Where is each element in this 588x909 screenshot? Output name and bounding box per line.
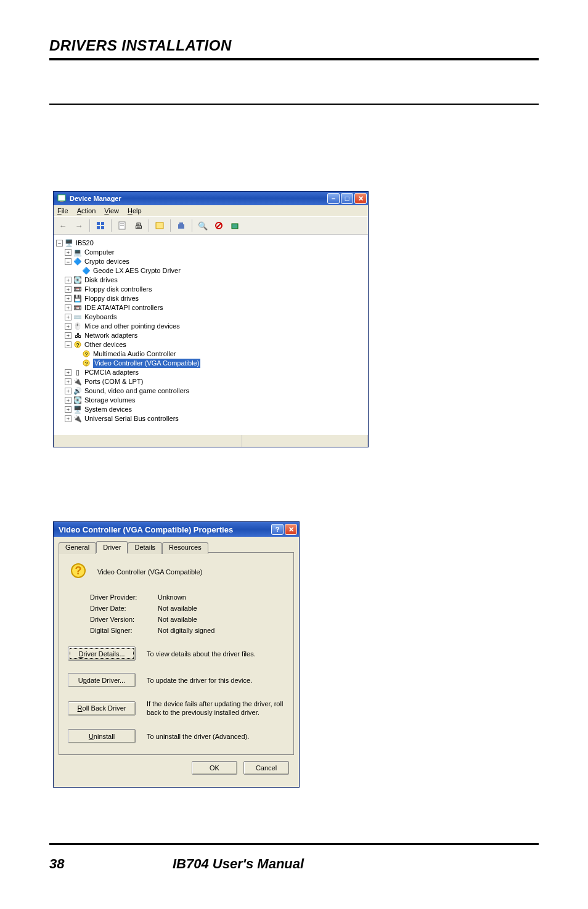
help-button[interactable]: ? bbox=[271, 524, 284, 535]
tree-item[interactable]: Floppy disk drives bbox=[84, 294, 139, 303]
tree-item[interactable]: Ports (COM & LPT) bbox=[84, 377, 143, 386]
pcmcia-icon: ▯ bbox=[73, 369, 82, 377]
expand-icon[interactable]: + bbox=[65, 295, 71, 302]
collapse-icon[interactable]: − bbox=[65, 341, 71, 348]
computer-icon: 🖥️ bbox=[65, 239, 73, 248]
driver-details-button[interactable]: Driver Details... bbox=[68, 646, 136, 661]
tree-item[interactable]: Universal Serial Bus controllers bbox=[84, 414, 179, 423]
expand-icon[interactable]: + bbox=[65, 397, 71, 404]
expand-icon[interactable]: + bbox=[65, 304, 71, 311]
tab-resources[interactable]: Resources bbox=[162, 542, 208, 554]
disable-icon[interactable] bbox=[213, 220, 224, 231]
separator bbox=[192, 219, 192, 232]
expand-icon[interactable]: + bbox=[65, 249, 71, 256]
print-icon[interactable]: 🖶 bbox=[133, 220, 144, 231]
expand-icon[interactable]: + bbox=[65, 415, 71, 422]
update-driver-button[interactable]: Update Driver... bbox=[68, 673, 136, 687]
tree-item[interactable]: Disk drives bbox=[84, 275, 118, 285]
tree-item[interactable]: Geode LX AES Crypto Driver bbox=[93, 266, 181, 275]
expand-icon[interactable]: + bbox=[65, 314, 71, 320]
uninstall-icon[interactable] bbox=[176, 220, 187, 231]
floppy-icon: 💾 bbox=[73, 295, 82, 303]
tab-details[interactable]: Details bbox=[128, 542, 162, 554]
svg-rect-9 bbox=[156, 222, 163, 229]
titlebar[interactable]: Video Controller (VGA Compatible) Proper… bbox=[54, 522, 299, 537]
grid-icon[interactable] bbox=[95, 220, 106, 231]
update-icon[interactable] bbox=[154, 220, 165, 231]
menu-action[interactable]: Action bbox=[77, 207, 96, 214]
tree-item[interactable]: Sound, video and game controllers bbox=[84, 386, 189, 396]
footer-title: IB704 User's Manual bbox=[173, 856, 304, 872]
tab-driver[interactable]: Driver bbox=[96, 541, 128, 553]
device-name: Video Controller (VGA Compatible) bbox=[97, 568, 202, 576]
tab-general[interactable]: General bbox=[59, 542, 96, 554]
crypto-icon: 🔷 bbox=[82, 267, 91, 275]
device-manager-window: Device Manager – □ ✕ File Action View He… bbox=[53, 191, 369, 447]
dialog-title: Video Controller (VGA Compatible) Proper… bbox=[59, 525, 270, 534]
roll-back-desc: If the device fails after updating the d… bbox=[147, 699, 285, 717]
system-icon: 🖥️ bbox=[73, 406, 82, 414]
tree-root[interactable]: IB520 bbox=[76, 238, 94, 248]
update-driver-desc: To update the driver for this device. bbox=[147, 676, 285, 685]
svg-text:?: ? bbox=[75, 565, 82, 577]
toolbar: ← → 🖶 🔍 bbox=[54, 216, 368, 235]
properties-icon[interactable] bbox=[116, 220, 128, 231]
collapse-icon[interactable]: − bbox=[65, 258, 71, 265]
close-button[interactable]: ✕ bbox=[285, 524, 297, 535]
tree-item[interactable]: Storage volumes bbox=[84, 396, 136, 405]
disk-icon: 💽 bbox=[73, 276, 82, 285]
expand-icon[interactable]: + bbox=[65, 323, 71, 330]
device-tree[interactable]: −🖥️IB520 +💻Computer −🔷Crypto devices 🔷Ge… bbox=[54, 235, 368, 434]
tree-item[interactable]: IDE ATA/ATAPI controllers bbox=[84, 303, 163, 312]
svg-text:?: ? bbox=[84, 351, 88, 357]
scan-icon[interactable]: 🔍 bbox=[197, 220, 208, 231]
expand-icon[interactable]: + bbox=[65, 378, 71, 385]
tree-item-selected[interactable]: Video Controller (VGA Compatible) bbox=[93, 359, 200, 368]
crypto-icon: 🔷 bbox=[73, 258, 82, 266]
svg-rect-2 bbox=[97, 222, 100, 225]
menu-help[interactable]: Help bbox=[128, 207, 142, 214]
svg-text:?: ? bbox=[76, 342, 79, 348]
enable-icon[interactable] bbox=[229, 220, 240, 231]
cancel-button[interactable]: Cancel bbox=[243, 761, 289, 775]
tree-item[interactable]: Other devices bbox=[84, 340, 126, 349]
uninstall-button[interactable]: Uninstall bbox=[68, 729, 136, 743]
usb-icon: 🔌 bbox=[73, 415, 82, 423]
separator bbox=[170, 219, 171, 232]
svg-rect-14 bbox=[232, 224, 238, 229]
tree-item[interactable]: Mice and other pointing devices bbox=[84, 322, 180, 331]
expand-icon[interactable]: + bbox=[65, 406, 71, 413]
maximize-button[interactable]: □ bbox=[341, 193, 353, 204]
svg-rect-0 bbox=[58, 195, 65, 201]
properties-dialog: Video Controller (VGA Compatible) Proper… bbox=[53, 521, 300, 788]
close-button[interactable]: ✕ bbox=[354, 193, 367, 204]
question-icon: ? bbox=[82, 359, 91, 368]
expand-icon[interactable]: + bbox=[65, 388, 71, 394]
tree-item[interactable]: Crypto devices bbox=[84, 257, 129, 266]
menu-file[interactable]: File bbox=[57, 207, 68, 214]
expand-icon[interactable]: + bbox=[65, 369, 71, 376]
back-icon: ← bbox=[57, 220, 68, 231]
expand-icon[interactable]: + bbox=[65, 332, 71, 339]
roll-back-button[interactable]: Roll Back Driver bbox=[68, 701, 136, 715]
expand-icon[interactable]: + bbox=[65, 286, 71, 293]
mouse-icon: 🖱️ bbox=[73, 322, 82, 331]
collapse-icon[interactable]: − bbox=[56, 240, 63, 247]
tree-item[interactable]: System devices bbox=[84, 405, 132, 414]
tree-item[interactable]: Multimedia Audio Controller bbox=[93, 349, 176, 359]
ports-icon: 🔌 bbox=[73, 378, 82, 386]
svg-rect-5 bbox=[101, 226, 104, 229]
expand-icon[interactable]: + bbox=[65, 277, 71, 283]
app-icon bbox=[57, 194, 66, 203]
value-provider: Unknown bbox=[158, 593, 186, 601]
tree-item[interactable]: Keyboards bbox=[84, 312, 117, 322]
tree-item[interactable]: Floppy disk controllers bbox=[84, 285, 152, 294]
tree-item[interactable]: Computer bbox=[84, 248, 114, 257]
menu-view[interactable]: View bbox=[104, 207, 119, 214]
ok-button[interactable]: OK bbox=[192, 761, 237, 775]
titlebar[interactable]: Device Manager – □ ✕ bbox=[54, 192, 368, 205]
tree-item[interactable]: Network adapters bbox=[84, 331, 137, 340]
minimize-button[interactable]: – bbox=[327, 193, 340, 204]
svg-rect-3 bbox=[101, 222, 104, 225]
tree-item[interactable]: PCMCIA adapters bbox=[84, 368, 139, 377]
